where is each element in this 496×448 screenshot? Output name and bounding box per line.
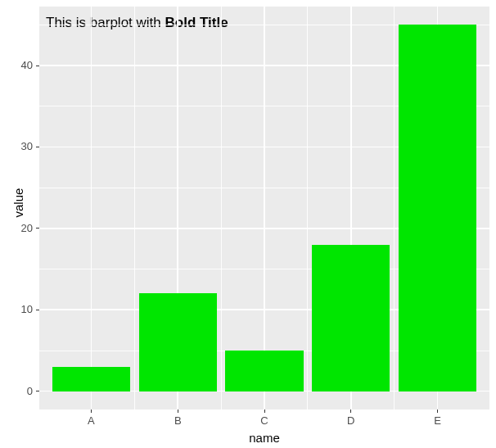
x-tick-mark [91,410,92,413]
x-tick-mark [264,410,265,413]
y-tick-mark [36,147,39,147]
gridline-v-major [264,7,265,410]
bar-C [225,351,303,391]
gridline-v-minor [307,7,308,410]
bar-D [312,245,390,391]
gridline-v-minor [134,7,135,410]
gridline-v-minor [394,7,395,410]
y-tick-mark [36,391,39,391]
x-tick-label: A [74,414,107,427]
x-axis-title: name [240,431,289,445]
y-axis-title: value [11,188,25,218]
chart-title-prefix: This is barplot with [46,15,165,30]
bar-A [52,367,130,391]
x-tick-label: B [161,414,194,427]
x-tick-mark [178,410,178,413]
x-tick-label: D [335,414,367,427]
x-axis-title-text: name [249,431,280,445]
x-tick-label: C [248,414,281,427]
y-tick-label: 30 [0,140,33,152]
x-tick-mark [350,410,351,413]
plot-panel: This is barplot with Bold Title [39,7,489,410]
y-axis-title-text: value [11,188,25,218]
chart-title-bold: Bold Title [165,15,228,30]
x-tick-mark [437,410,438,413]
y-tick-label: 0 [0,385,33,397]
y-tick-mark [36,310,39,310]
y-tick-label: 40 [0,59,33,71]
chart-title: This is barplot with Bold Title [46,15,228,31]
gridline-v-minor [221,7,222,410]
chart-container: This is barplot with Bold Title 01020304… [0,0,496,448]
gridline-v-major [91,7,92,410]
y-tick-mark [36,228,39,229]
x-tick-label: E [422,414,454,427]
bar-B [139,293,217,391]
y-tick-label: 20 [0,222,33,234]
bar-E [399,25,476,391]
y-tick-label: 10 [0,303,33,315]
y-tick-mark [36,66,39,66]
